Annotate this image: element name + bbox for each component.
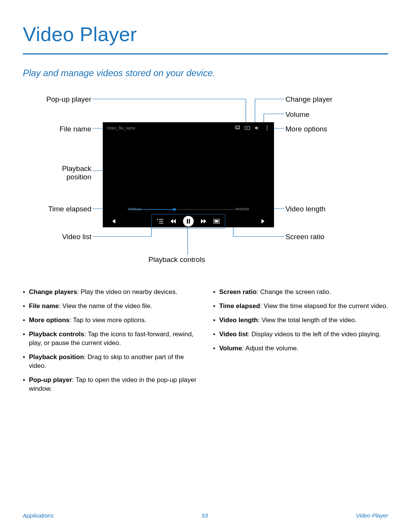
header-icons: [235, 125, 270, 131]
rewind-icon[interactable]: [170, 218, 176, 224]
footer-right: Video Player: [356, 512, 388, 519]
page-subtitle: Play and manage videos stored on your de…: [23, 68, 388, 78]
page-title: Video Player: [23, 23, 388, 46]
progress-handle[interactable]: [173, 208, 176, 211]
description-item: Video length: View the total length of t…: [219, 316, 388, 325]
description-item: Pop-up player: Tap to open the video in …: [29, 376, 198, 393]
player-header: Video_file_name: [103, 123, 274, 133]
callout-video-list: Video list: [23, 233, 91, 241]
callout-file-name: File name: [23, 125, 91, 133]
svg-rect-6: [236, 127, 239, 129]
popup-icon[interactable]: [235, 125, 240, 131]
desc-col-left: Change players: Play the video on nearby…: [23, 288, 198, 398]
volume-icon[interactable]: [255, 125, 260, 131]
svg-point-9: [267, 128, 268, 129]
progress-bar[interactable]: [129, 209, 248, 210]
title-divider: [23, 53, 388, 54]
player-video-area: [103, 133, 274, 206]
callout-popup-player: Pop-up player: [23, 95, 91, 104]
diagram-container: Pop-up player File name Playbackposition…: [23, 90, 388, 273]
footer-left: Applications: [23, 512, 54, 519]
svg-point-8: [267, 126, 268, 127]
pause-button[interactable]: [183, 216, 194, 227]
callout-more-options: More options: [285, 125, 327, 133]
callout-video-length: Video length: [285, 205, 325, 213]
description-item: More options: Tap to view more options.: [29, 316, 198, 325]
description-item: Change players: Play the video on nearby…: [29, 288, 198, 297]
controls-row: [111, 214, 266, 228]
time-elapsed-value: 00:00:11: [128, 207, 141, 212]
description-item: Time elapsed: View the time elapsed for …: [219, 302, 388, 311]
footer-page-number: 53: [202, 512, 208, 519]
player-controls-area: 00:00:11 00:00:32: [103, 206, 274, 232]
callout-change-player: Change player: [285, 95, 333, 104]
svg-point-10: [267, 129, 268, 131]
svg-rect-17: [215, 220, 218, 222]
footer: Applications 53 Video Player: [23, 512, 388, 519]
callout-playback-controls: Playback controls: [148, 256, 205, 264]
video-player-mockup: Video_file_name 00:00:11: [103, 122, 274, 227]
svg-rect-15: [189, 219, 190, 224]
progress-row: 00:00:11 00:00:32: [111, 207, 266, 212]
callout-volume: Volume: [285, 110, 309, 119]
svg-rect-5: [236, 126, 240, 129]
svg-rect-14: [187, 219, 188, 224]
center-controls: [151, 214, 225, 228]
desc-col-right: Screen ratio: Change the screen ratio.Ti…: [213, 288, 388, 398]
callout-screen-ratio: Screen ratio: [285, 233, 324, 241]
screen-ratio-icon[interactable]: [213, 218, 220, 224]
forward-icon[interactable]: [201, 218, 207, 224]
callout-playback-position: Playbackposition: [23, 165, 91, 181]
time-total-value: 00:00:32: [236, 207, 249, 212]
descriptions: Change players: Play the video on nearby…: [23, 288, 388, 398]
next-arrow-icon[interactable]: [260, 218, 266, 224]
description-item: Playback controls: Tap the icons to fast…: [29, 330, 198, 348]
description-item: Playback position: Drag to skip to anoth…: [29, 353, 198, 371]
description-item: File name: View the name of the video fi…: [29, 302, 198, 311]
file-name-label: Video_file_name: [107, 126, 135, 130]
description-item: Video list: Display videos to the left o…: [219, 330, 388, 339]
callout-time-elapsed: Time elapsed: [23, 205, 91, 213]
prev-arrow-icon[interactable]: [111, 218, 117, 224]
description-item: Screen ratio: Change the screen ratio.: [219, 288, 388, 297]
change-player-icon[interactable]: [245, 125, 250, 131]
progress-fill: [129, 209, 174, 210]
video-list-icon[interactable]: [157, 218, 163, 224]
more-options-icon[interactable]: [264, 125, 270, 131]
description-item: Volume: Adjust the volume.: [219, 344, 388, 353]
